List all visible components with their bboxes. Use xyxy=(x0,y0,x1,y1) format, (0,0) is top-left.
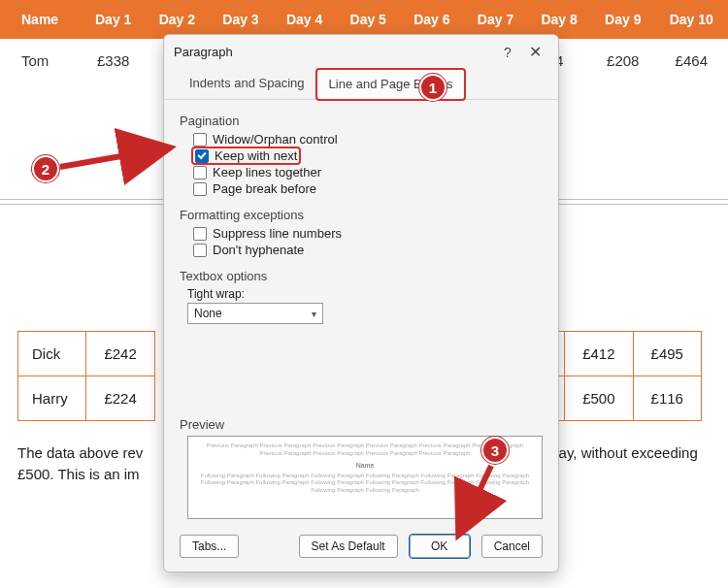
col-name: Name xyxy=(0,0,82,39)
callout-2: 2 xyxy=(32,155,59,182)
dialog-titlebar: Paragraph ? ✕ xyxy=(164,35,558,69)
dialog-tabs: Indents and Spacing Line and Page Breaks xyxy=(164,69,558,100)
suppress-line-numbers-label: Suppress line numbers xyxy=(213,226,342,241)
cell: £242 xyxy=(86,332,154,376)
close-button[interactable]: ✕ xyxy=(521,43,548,61)
widow-orphan-checkbox[interactable] xyxy=(193,133,207,147)
col-day10: Day 10 xyxy=(655,0,728,39)
keep-with-next-label: Keep with next xyxy=(215,148,297,163)
set-default-button[interactable]: Set As Default xyxy=(299,535,398,558)
cell: £208 xyxy=(591,39,655,82)
keep-lines-together-label: Keep lines together xyxy=(213,165,321,180)
cell: £464 xyxy=(655,39,728,82)
page-break-before-label: Page break before xyxy=(213,181,316,196)
cell: £495 xyxy=(633,332,701,376)
text-frag: The data above rev xyxy=(17,444,143,461)
callout-3: 3 xyxy=(481,437,509,464)
cell: £412 xyxy=(565,332,633,376)
col-day8: Day 8 xyxy=(527,0,591,39)
preview-following-text: Following Paragraph Following Paragraph … xyxy=(198,473,532,495)
svg-line-0 xyxy=(60,147,171,167)
col-day2: Day 2 xyxy=(145,0,209,39)
tight-wrap-value: None xyxy=(194,307,222,320)
page-break-before-checkbox[interactable] xyxy=(193,182,207,196)
text-frag: ay, without exceeding xyxy=(559,444,698,461)
dont-hyphenate-checkbox[interactable] xyxy=(193,244,207,257)
cell: £500 xyxy=(565,376,633,421)
cancel-button[interactable]: Cancel xyxy=(481,535,543,558)
tabs-button[interactable]: Tabs... xyxy=(180,535,239,558)
formatting-exceptions-legend: Formatting exceptions xyxy=(180,208,543,222)
tight-wrap-select[interactable]: None ▾ xyxy=(187,303,323,324)
cell: £224 xyxy=(86,376,154,421)
col-day3: Day 3 xyxy=(209,0,273,39)
tab-indents-spacing[interactable]: Indents and Spacing xyxy=(178,69,316,99)
cell-name: Tom xyxy=(0,39,82,82)
cell: £338 xyxy=(82,39,146,82)
cell-name: Dick xyxy=(18,332,86,376)
pagination-legend: Pagination xyxy=(180,114,543,128)
paragraph-dialog: Paragraph ? ✕ Indents and Spacing Line a… xyxy=(163,34,559,572)
preview-sample-text: Name xyxy=(198,461,532,470)
tight-wrap-label: Tight wrap: xyxy=(187,287,543,301)
ok-button[interactable]: OK xyxy=(410,535,470,558)
callout-1: 1 xyxy=(419,74,447,101)
cell-name: Harry xyxy=(18,376,86,421)
widow-orphan-label: Widow/Orphan control xyxy=(213,132,338,147)
col-day4: Day 4 xyxy=(273,0,337,39)
chevron-down-icon: ▾ xyxy=(312,309,316,319)
keep-with-next-checkbox[interactable] xyxy=(195,149,209,163)
keep-lines-together-checkbox[interactable] xyxy=(193,166,207,180)
text-frag: £500. This is an im xyxy=(17,466,140,482)
dialog-title: Paragraph xyxy=(174,45,494,59)
col-day6: Day 6 xyxy=(400,0,464,39)
suppress-line-numbers-checkbox[interactable] xyxy=(193,227,207,241)
cell: £116 xyxy=(633,376,701,421)
textbox-options-legend: Textbox options xyxy=(180,269,543,283)
col-day1: Day 1 xyxy=(82,0,146,39)
col-day5: Day 5 xyxy=(336,0,400,39)
dont-hyphenate-label: Don't hyphenate xyxy=(213,243,304,257)
col-day7: Day 7 xyxy=(464,0,528,39)
preview-legend: Preview xyxy=(180,417,543,432)
col-day9: Day 9 xyxy=(591,0,655,39)
help-button[interactable]: ? xyxy=(494,45,521,60)
